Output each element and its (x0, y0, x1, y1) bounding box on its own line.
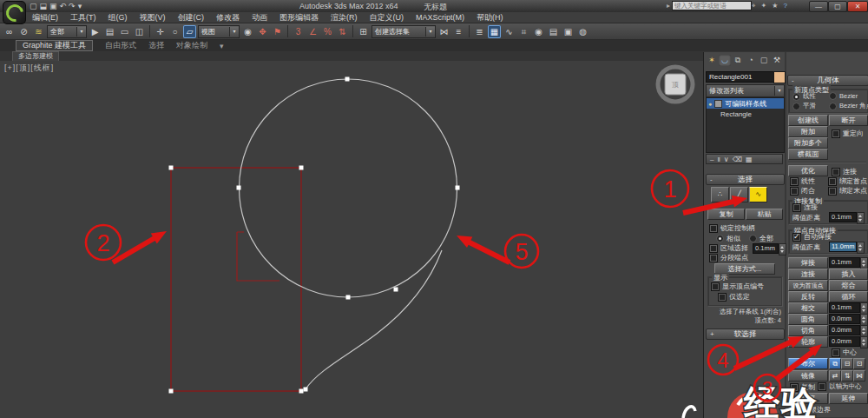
object-color-swatch[interactable] (773, 71, 786, 83)
spline-subobject-button[interactable]: ∿ (749, 187, 767, 202)
3dsmax-logo[interactable] (3, 1, 26, 24)
connect-copy-threshold-spinner[interactable]: 0.1mm (829, 212, 865, 224)
modifier-list-dropdown[interactable]: 修改器列表 ▾ (706, 84, 785, 97)
rendered-frame-window-icon[interactable]: ▣ (562, 25, 575, 38)
stack-item-rectangle[interactable]: Rectangle (707, 109, 784, 119)
spinner-arrows-icon[interactable] (860, 336, 868, 348)
select-and-link-icon[interactable]: ∞ (3, 25, 16, 38)
remove-modifier-icon[interactable]: ⌫ (733, 156, 742, 163)
fillet-button[interactable]: 圆角 (788, 314, 828, 325)
linear-checkbox[interactable]: 线性 (790, 176, 815, 186)
mirror-button[interactable]: 镜像 (788, 370, 828, 382)
smooth-radio[interactable]: 平滑 (792, 102, 816, 110)
render-setup-icon[interactable]: ▤ (547, 25, 560, 38)
boolean-intersect-icon[interactable]: ⊡ (853, 358, 865, 369)
center-checkbox[interactable]: 中心 (832, 348, 857, 357)
make-unique-icon[interactable]: ∨ (724, 156, 729, 163)
viewcube[interactable]: 顶 (658, 67, 693, 102)
outline-button[interactable]: 轮廓 (788, 336, 828, 348)
mirror-both-icon[interactable]: ⋈ (853, 370, 865, 382)
about-pivot-checkbox[interactable]: 以轴为中心 (818, 382, 862, 391)
favorites-icon[interactable]: ★ (772, 1, 778, 10)
attach-button[interactable]: 附加 (788, 126, 828, 137)
partial-rectangle-spline[interactable] (237, 232, 279, 281)
spinner-arrows-icon[interactable] (860, 314, 868, 326)
menu-create[interactable]: 创建(C) (172, 12, 211, 23)
visibility-bulb-icon[interactable]: ● (708, 101, 712, 107)
mirror-copy-checkbox[interactable]: 复制 (790, 382, 815, 392)
spinner-arrows-icon[interactable] (779, 243, 786, 255)
auto-weld-threshold-spinner[interactable]: 11.0mm (829, 242, 865, 254)
tab-modify-icon[interactable]: ◡ (719, 55, 731, 66)
create-line-button[interactable]: 创建线 (788, 115, 828, 126)
polygon-modeling-panel-tab[interactable]: 多边形建模 (12, 51, 59, 61)
schematic-view-icon[interactable]: ⌗ (517, 25, 530, 38)
search-input[interactable] (672, 1, 752, 10)
mirror-vertical-icon[interactable]: ⇅ (841, 370, 853, 382)
menu-modifiers[interactable]: 修改器 (210, 12, 246, 23)
bezier-radio[interactable]: Bezier (829, 92, 858, 100)
segment-end-checkbox[interactable]: 分段端点 (709, 253, 748, 262)
curve-editor-icon[interactable]: ∿ (503, 25, 516, 38)
boolean-subtract-icon[interactable]: ⊟ (841, 358, 853, 369)
outline-spinner[interactable]: 0.0mm (829, 336, 868, 348)
minimize-button[interactable]: — (809, 1, 828, 12)
closed-checkbox[interactable]: 闭合 (790, 186, 815, 196)
vertex-handles[interactable] (169, 77, 460, 394)
unlink-selection-icon[interactable]: ⊘ (17, 25, 30, 38)
tab-motion-icon[interactable]: ◔ (745, 55, 757, 66)
lock-handles-checkbox[interactable]: 锁定控制柄 (709, 223, 755, 233)
selection-rollout-header[interactable]: - 选择 (706, 174, 785, 185)
tab-selection[interactable]: 选择 (148, 40, 164, 51)
tab-utilities-icon[interactable]: ⚒ (771, 55, 783, 66)
cycle-button[interactable]: 循环 (829, 291, 868, 302)
named-selection-dropdown[interactable]: 创建选择集 ▾ (372, 25, 436, 38)
auto-weld-checkbox[interactable]: 自动焊接 (792, 232, 832, 242)
mirror-icon[interactable]: ⋈ (437, 25, 450, 38)
select-and-manipulate-icon[interactable]: ✥ (256, 25, 269, 38)
show-end-result-icon[interactable]: ‖ (717, 156, 720, 163)
snap-toggle-3d-icon[interactable]: 3 (292, 25, 305, 38)
align-icon[interactable]: ≡ (452, 25, 465, 38)
tab-create-icon[interactable]: ✶ (706, 55, 718, 66)
tab-display-icon[interactable]: ▢ (758, 55, 770, 66)
trim-button[interactable]: 修剪 (788, 393, 828, 404)
percent-snap-icon[interactable]: % (321, 25, 334, 38)
cross-insert-spinner[interactable]: 0.1mm (829, 302, 868, 315)
spinner-snap-icon[interactable]: ⇅ (336, 25, 349, 38)
bind-first-checkbox[interactable]: 绑定首点 (828, 176, 867, 186)
connect-checkbox[interactable]: 连接 (832, 167, 857, 176)
close-button[interactable]: ✕ (847, 1, 868, 12)
menu-rendering[interactable]: 渲染(R) (325, 12, 364, 23)
refine-button[interactable]: 优化 (788, 165, 828, 176)
reverse-button[interactable]: 反转 (788, 291, 828, 302)
reference-coordinate-dropdown[interactable]: 视图 ▾ (198, 25, 240, 38)
layer-manager-icon[interactable]: ≣ (473, 25, 486, 38)
save-file-icon[interactable]: ▣ (49, 1, 57, 11)
help-icon[interactable]: ? (783, 1, 786, 10)
select-by-name-icon[interactable]: ▤ (103, 25, 116, 38)
menu-edit[interactable]: 编辑(E) (26, 12, 64, 23)
selected-only-checkbox[interactable]: 仅选定 (718, 292, 750, 302)
select-and-scale-icon[interactable]: ▱ (183, 25, 196, 38)
tab-graphite-modeling[interactable]: Graphite 建模工具 (16, 40, 93, 51)
graphite-ribbon-toggle-icon[interactable]: ▦ (488, 25, 501, 38)
menu-animation[interactable]: 动画 (246, 12, 273, 23)
tab-freeform[interactable]: 自由形式 (105, 40, 136, 51)
cross-section-button[interactable]: 横截面 (788, 149, 828, 160)
alike-radio[interactable]: 相似 (716, 234, 740, 243)
keyboard-override-icon[interactable]: ⚑ (271, 25, 284, 38)
fuse-button[interactable]: 熔合 (829, 280, 868, 291)
tab-hierarchy-icon[interactable]: ⧉ (732, 55, 744, 66)
search-arrow-icon[interactable]: ▸ (667, 2, 670, 10)
fillet-spinner[interactable]: 0.0mm (829, 314, 868, 326)
tab-object-paint[interactable]: 对象绘制 (176, 40, 207, 51)
maximize-button[interactable]: ▢ (828, 1, 847, 12)
bind-last-checkbox[interactable]: 绑定末点 (828, 186, 867, 196)
edit-named-selection-sets-icon[interactable]: ⊞ (357, 25, 370, 38)
spinner-arrows-icon[interactable] (857, 212, 865, 224)
viewport-top[interactable]: [+][顶][线框] (0, 61, 703, 418)
select-object-icon[interactable]: ▶ (89, 25, 102, 38)
mirror-horizontal-icon[interactable]: ⇄ (829, 370, 841, 382)
area-selection-checkbox[interactable]: 区域选择 (709, 243, 748, 253)
